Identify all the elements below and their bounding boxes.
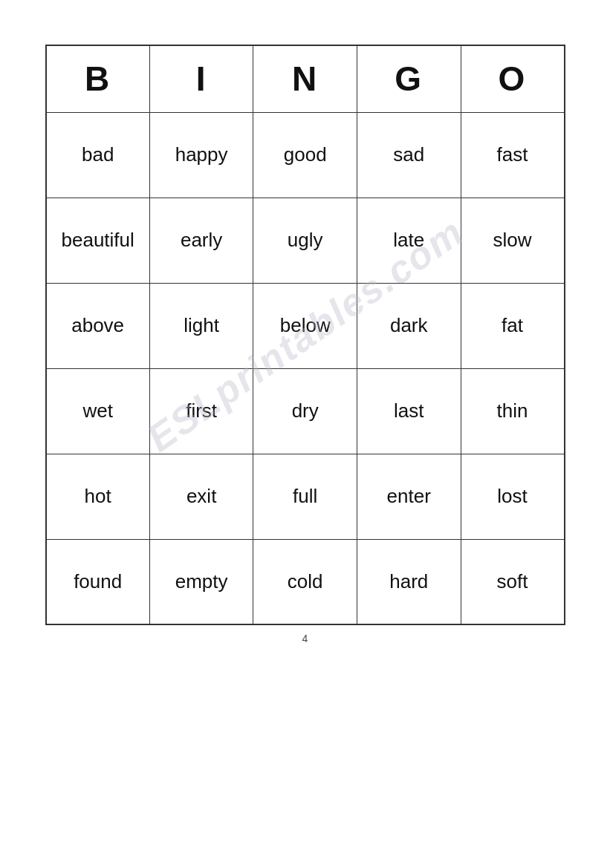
bingo-header-i: I (149, 45, 253, 112)
cell-r1-c3: late (357, 198, 461, 283)
cell-r4-c2: full (253, 454, 357, 539)
cell-r1-c1: early (149, 198, 253, 283)
cell-r3-c1: first (149, 368, 253, 454)
table-row: badhappygoodsadfast (46, 112, 565, 198)
cell-r2-c1: light (149, 283, 253, 368)
cell-r0-c4: fast (461, 112, 565, 198)
cell-r3-c2: dry (253, 368, 357, 454)
cell-r1-c4: slow (461, 198, 565, 283)
bingo-header-n: N (253, 45, 357, 112)
bingo-header-g: G (357, 45, 461, 112)
cell-r0-c1: happy (149, 112, 253, 198)
cell-r2-c4: fat (461, 283, 565, 368)
cell-r5-c3: hard (357, 539, 461, 624)
cell-r3-c3: last (357, 368, 461, 454)
bingo-header-b: B (46, 45, 150, 112)
cell-r3-c0: wet (46, 368, 150, 454)
table-row: abovelightbelowdarkfat (46, 283, 565, 368)
cell-r2-c0: above (46, 283, 150, 368)
cell-r2-c3: dark (357, 283, 461, 368)
cell-r4-c0: hot (46, 454, 150, 539)
bingo-card: ESLprintables.com BINGObadhappygoodsadfa… (45, 45, 565, 625)
cell-r4-c4: lost (461, 454, 565, 539)
table-row: foundemptycoldhardsoft (46, 539, 565, 624)
cell-r1-c0: beautiful (46, 198, 150, 283)
cell-r2-c2: below (253, 283, 357, 368)
cell-r0-c2: good (253, 112, 357, 198)
table-row: wetfirstdrylastthin (46, 368, 565, 454)
bingo-table: BINGObadhappygoodsadfastbeautifulearlyug… (45, 45, 565, 625)
cell-r0-c0: bad (46, 112, 150, 198)
bingo-header-o: O (461, 45, 565, 112)
cell-r4-c1: exit (149, 454, 253, 539)
cell-r5-c0: found (46, 539, 150, 624)
cell-r5-c4: soft (461, 539, 565, 624)
cell-r3-c4: thin (461, 368, 565, 454)
cell-r5-c1: empty (149, 539, 253, 624)
cell-r4-c3: enter (357, 454, 461, 539)
table-row: hotexitfullenterlost (46, 454, 565, 539)
cell-r1-c2: ugly (253, 198, 357, 283)
table-row: beautifulearlyuglylateslow (46, 198, 565, 283)
cell-r5-c2: cold (253, 539, 357, 624)
page-number: 4 (45, 633, 565, 645)
cell-r0-c3: sad (357, 112, 461, 198)
